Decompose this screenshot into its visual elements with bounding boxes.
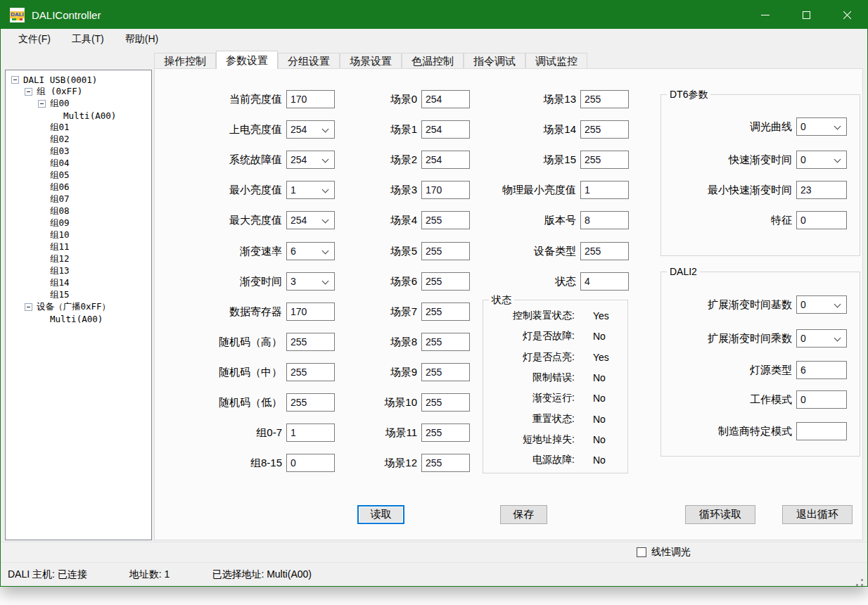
tab-2[interactable]: 分组设置 xyxy=(278,53,340,69)
body-area: DALI USB(0001)组 (0xFF)组00Multi(A00)组01组0… xyxy=(1,50,867,586)
tree-collapse-icon[interactable] xyxy=(38,100,46,108)
exit-loop-button[interactable]: 退出循环 xyxy=(782,505,853,524)
param-select[interactable]: 0 xyxy=(796,117,847,136)
tree-collapse-icon[interactable] xyxy=(25,88,32,96)
param-input[interactable]: 255 xyxy=(286,333,335,351)
param-input[interactable]: 255 xyxy=(421,454,470,472)
linear-dimming-checkbox[interactable] xyxy=(637,547,646,557)
tree-item[interactable]: Multi(A00) xyxy=(6,110,151,122)
param-input[interactable]: 255 xyxy=(421,242,470,260)
status-row-value: Yes xyxy=(593,310,609,321)
param-row: 场景12255 xyxy=(354,454,470,472)
tree-collapse-icon[interactable] xyxy=(25,303,32,311)
param-input[interactable]: 255 xyxy=(421,272,470,291)
param-select[interactable]: 254 xyxy=(286,151,335,169)
close-button[interactable] xyxy=(826,1,867,29)
tab-5[interactable]: 指令调试 xyxy=(464,53,525,69)
param-input[interactable]: 0 xyxy=(796,211,847,229)
param-input[interactable]: 255 xyxy=(580,151,629,169)
param-input[interactable]: 255 xyxy=(580,120,629,139)
tree-item[interactable]: Multi(A00) xyxy=(6,313,151,325)
tree-item[interactable]: 组10 xyxy=(6,229,151,241)
param-input[interactable]: 170 xyxy=(286,302,335,321)
param-input[interactable]: 8 xyxy=(580,211,629,229)
tab-4[interactable]: 色温控制 xyxy=(402,53,464,69)
menu-item-0[interactable]: 文件(F) xyxy=(8,30,61,49)
tree-item[interactable]: 组 (0xFF) xyxy=(6,86,151,98)
param-input[interactable]: 255 xyxy=(286,363,335,381)
param-select[interactable]: 0 xyxy=(796,329,847,348)
param-value: 254 xyxy=(426,154,442,165)
param-input[interactable]: 255 xyxy=(286,393,335,412)
tree-item[interactable]: 组15 xyxy=(6,289,151,301)
resize-grip[interactable] xyxy=(861,579,863,581)
param-input[interactable]: 0 xyxy=(796,390,847,409)
tree-item[interactable]: DALI USB(0001) xyxy=(6,74,151,86)
param-row: 状态4 xyxy=(485,272,629,291)
param-value: 0 xyxy=(800,121,806,132)
minimize-button[interactable] xyxy=(745,1,786,29)
param-input[interactable]: 255 xyxy=(580,90,629,108)
param-input[interactable]: 6 xyxy=(796,361,847,379)
tree-item[interactable]: 组06 xyxy=(6,182,151,193)
tree-item[interactable]: 组03 xyxy=(6,146,151,158)
tree-item[interactable]: 组07 xyxy=(6,193,151,205)
tree-item[interactable]: 组08 xyxy=(6,205,151,217)
tree-item[interactable]: 设备（广播0xFF） xyxy=(6,301,151,313)
tree-item[interactable]: 组04 xyxy=(6,158,151,170)
tab-1[interactable]: 参数设置 xyxy=(216,51,278,69)
param-input[interactable]: 0 xyxy=(286,454,335,472)
tab-0[interactable]: 操作控制 xyxy=(154,53,216,69)
tree-item[interactable]: 组11 xyxy=(6,241,151,253)
param-input[interactable]: 255 xyxy=(421,211,470,229)
tree-item[interactable]: 组02 xyxy=(6,134,151,146)
status-host: DALI 主机: 已连接 xyxy=(8,568,87,581)
param-input[interactable]: 255 xyxy=(421,424,470,442)
param-input[interactable]: 254 xyxy=(421,90,470,108)
loop-read-button[interactable]: 循环读取 xyxy=(685,505,755,524)
read-button[interactable]: 读取 xyxy=(357,505,404,524)
param-label: 特征 xyxy=(665,214,792,227)
param-input[interactable]: 255 xyxy=(421,333,470,351)
param-input[interactable]: 254 xyxy=(421,151,470,169)
param-label: 随机码（高） xyxy=(198,336,282,349)
param-input[interactable]: 23 xyxy=(796,181,847,199)
tree-item[interactable]: 组01 xyxy=(6,122,151,134)
param-input[interactable]: 255 xyxy=(421,393,470,412)
menu-item-2[interactable]: 帮助(H) xyxy=(115,30,169,49)
param-input[interactable] xyxy=(796,422,847,440)
param-input[interactable]: 170 xyxy=(421,181,470,199)
tree-item[interactable]: 组00 xyxy=(6,98,151,110)
param-input[interactable]: 255 xyxy=(421,302,470,321)
param-input[interactable]: 170 xyxy=(286,90,335,108)
param-select[interactable]: 254 xyxy=(286,120,335,139)
param-label: 快速渐变时间 xyxy=(665,153,792,167)
tree-item-label: 组09 xyxy=(50,217,70,229)
param-select[interactable]: 0 xyxy=(796,295,847,314)
param-row: 场景3170 xyxy=(354,181,470,199)
param-input[interactable]: 1 xyxy=(286,424,335,442)
param-select[interactable]: 1 xyxy=(286,181,335,199)
tab-6[interactable]: 调试监控 xyxy=(525,53,587,69)
param-input[interactable]: 254 xyxy=(421,120,470,139)
tree-item[interactable]: 组05 xyxy=(6,170,151,182)
maximize-button[interactable] xyxy=(786,1,826,29)
param-input[interactable]: 1 xyxy=(580,181,629,199)
param-value: 255 xyxy=(426,457,442,469)
menu-item-1[interactable]: 工具(T) xyxy=(61,30,115,49)
param-input[interactable]: 255 xyxy=(580,242,629,260)
tab-3[interactable]: 场景设置 xyxy=(340,53,402,69)
param-select[interactable]: 3 xyxy=(286,272,335,291)
save-button[interactable]: 保存 xyxy=(500,505,547,524)
tree-item[interactable]: 组12 xyxy=(6,253,151,265)
tree-item[interactable]: 组13 xyxy=(6,265,151,277)
tree-item[interactable]: 组14 xyxy=(6,277,151,289)
param-select[interactable]: 6 xyxy=(286,242,335,260)
param-select[interactable]: 254 xyxy=(286,211,335,229)
param-input[interactable]: 4 xyxy=(580,272,629,291)
tree-item[interactable]: 组09 xyxy=(6,217,151,229)
linear-dimming-option[interactable]: 线性调光 xyxy=(637,546,691,559)
param-input[interactable]: 255 xyxy=(421,363,470,381)
param-select[interactable]: 0 xyxy=(796,151,847,169)
tree-collapse-icon[interactable] xyxy=(11,76,19,84)
